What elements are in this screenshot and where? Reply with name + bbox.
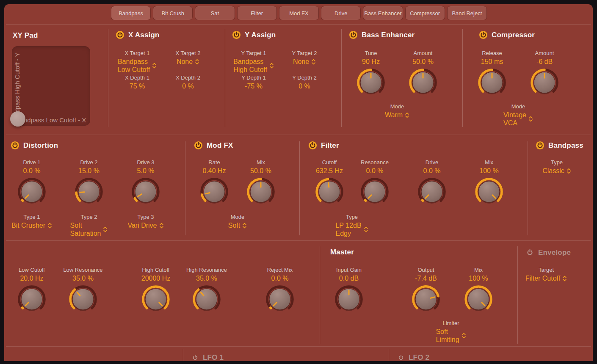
low-resonance-knob-group: Low Resonance 35.0 % bbox=[58, 267, 108, 314]
xy-pad[interactable]: Bandpass High Cutoff - Y Bandpass Low Cu… bbox=[12, 46, 90, 126]
section-title: Y Assign bbox=[245, 31, 276, 39]
param-value[interactable]: 0.40 Hz bbox=[189, 167, 240, 175]
param-value[interactable]: 100 % bbox=[464, 167, 514, 175]
drive2-knob[interactable] bbox=[74, 176, 104, 207]
master-mix-knob[interactable] bbox=[463, 284, 494, 314]
filter-header: Filter bbox=[308, 141, 339, 150]
param-label: X Depth 2 bbox=[156, 74, 220, 81]
param-value[interactable]: 150 ms bbox=[467, 58, 517, 66]
stepper-icon bbox=[364, 226, 368, 233]
tab-mod-fx[interactable]: Mod FX bbox=[279, 6, 319, 20]
power-button[interactable] bbox=[525, 248, 534, 257]
modfx-mix-knob[interactable] bbox=[246, 176, 276, 207]
cutoff-knob[interactable] bbox=[314, 176, 345, 207]
power-button[interactable] bbox=[536, 141, 544, 150]
power-button[interactable] bbox=[232, 30, 241, 39]
power-button[interactable] bbox=[194, 141, 203, 150]
compressor-mode-select[interactable]: Vintage VCA bbox=[503, 111, 533, 127]
tab-band-reject[interactable]: Band Reject bbox=[447, 6, 487, 20]
tab-bit-crush[interactable]: Bit Crush bbox=[153, 6, 193, 20]
low-cutoff-knob[interactable] bbox=[17, 284, 47, 314]
tab-bandpass[interactable]: Bandpass bbox=[111, 6, 151, 20]
drive1-knob[interactable] bbox=[17, 176, 47, 207]
high-cutoff-knob[interactable] bbox=[141, 284, 171, 314]
param-value[interactable]: 100 % bbox=[453, 274, 504, 282]
y-target-1-select[interactable]: Bandpass High Cutoff bbox=[233, 58, 274, 74]
type3-select[interactable]: Vari Drive bbox=[127, 221, 163, 229]
type1-select[interactable]: Bit Crusher bbox=[11, 221, 52, 229]
param-value[interactable]: 632.5 Hz bbox=[304, 167, 355, 175]
x-target-1-select[interactable]: Bandpass Low Cutoff bbox=[118, 58, 157, 74]
param-label: Y Target 2 bbox=[273, 50, 336, 57]
param-value[interactable]: 35.0 % bbox=[58, 274, 108, 282]
bass-enhancer-mode-select[interactable]: Warm bbox=[385, 111, 409, 119]
param-value[interactable]: 50.0 % bbox=[235, 167, 286, 175]
filter-type-select[interactable]: LP 12dB Edgy bbox=[335, 221, 368, 237]
input-gain-knob[interactable] bbox=[334, 284, 364, 314]
power-button[interactable] bbox=[116, 30, 124, 39]
filter-mix-knob[interactable] bbox=[474, 176, 504, 207]
section-title: Master bbox=[330, 248, 354, 256]
param-value[interactable]: 0.0 % bbox=[6, 167, 57, 175]
power-button[interactable] bbox=[479, 30, 488, 39]
power-button[interactable] bbox=[349, 30, 358, 39]
param-value[interactable]: 35.0 % bbox=[181, 274, 232, 282]
low-resonance-knob[interactable] bbox=[68, 284, 98, 314]
rate-knob[interactable] bbox=[199, 176, 229, 207]
param-value[interactable]: 0.0 % bbox=[349, 167, 400, 175]
power-icon bbox=[397, 354, 405, 361]
amount-knob[interactable] bbox=[408, 67, 438, 98]
y-depth-2-value[interactable]: 0 % bbox=[273, 82, 336, 90]
param-value[interactable]: 0.0 % bbox=[406, 167, 457, 175]
power-button[interactable] bbox=[191, 354, 199, 361]
power-icon bbox=[116, 30, 124, 39]
power-button[interactable] bbox=[11, 141, 19, 150]
limiter-group: Limiter Soft Limiting bbox=[415, 320, 487, 344]
reject-mix-knob[interactable] bbox=[265, 284, 295, 314]
tab-sat[interactable]: Sat bbox=[195, 6, 235, 20]
tab-bass-enhancer[interactable]: Bass Enhancer bbox=[363, 6, 403, 20]
param-value[interactable]: 20000 Hz bbox=[130, 274, 181, 282]
cutoff-knob-group: Cutoff 632.5 Hz bbox=[304, 159, 355, 207]
power-icon bbox=[191, 354, 199, 361]
tune-knob[interactable] bbox=[356, 67, 386, 98]
drive3-knob[interactable] bbox=[130, 176, 161, 207]
param-value[interactable]: 0.0 % bbox=[254, 274, 305, 282]
param-value[interactable]: -7.4 dB bbox=[401, 274, 451, 282]
resonance-knob[interactable] bbox=[359, 176, 390, 207]
x-depth-2-value[interactable]: 0 % bbox=[156, 82, 220, 90]
bandpass-type-select[interactable]: Classic bbox=[542, 167, 571, 175]
param-value[interactable]: 90 Hz bbox=[345, 58, 396, 66]
param-value[interactable]: 5.0 % bbox=[120, 167, 171, 175]
param-label: Mode bbox=[202, 214, 274, 221]
limiter-select[interactable]: Soft Limiting bbox=[436, 328, 466, 344]
param-value[interactable]: 50.0 % bbox=[398, 58, 448, 66]
envelope-target-select[interactable]: Filter Cutoff bbox=[525, 274, 567, 282]
power-button[interactable] bbox=[308, 141, 317, 150]
power-button[interactable] bbox=[397, 354, 405, 361]
mod-fx-mode-select[interactable]: Soft bbox=[228, 221, 247, 229]
mod-fx-header: Mod FX bbox=[194, 141, 233, 150]
y-assign-header: Y Assign bbox=[232, 30, 276, 39]
param-value[interactable]: -6 dB bbox=[519, 58, 570, 66]
x-target-2-select[interactable]: None bbox=[177, 58, 199, 66]
tab-compressor[interactable]: Compressor bbox=[405, 6, 445, 20]
rate-knob-group: Rate 0.40 Hz bbox=[189, 159, 240, 207]
comp-amount-knob[interactable] bbox=[529, 67, 560, 98]
type2-select[interactable]: Soft Saturation bbox=[70, 221, 108, 237]
param-label: Mix bbox=[235, 159, 286, 166]
tab-filter[interactable]: Filter bbox=[237, 6, 277, 20]
tab-drive[interactable]: Drive bbox=[321, 6, 361, 20]
filter-drive-knob[interactable] bbox=[417, 176, 447, 207]
release-knob[interactable] bbox=[477, 67, 507, 98]
high-resonance-knob[interactable] bbox=[191, 284, 222, 314]
param-value[interactable]: 0.0 dB bbox=[323, 274, 374, 282]
resonance-knob-group: Resonance 0.0 % bbox=[349, 159, 400, 207]
x-assign-header: X Assign bbox=[116, 30, 160, 39]
drive1-knob-group: Drive 1 0.0 % bbox=[6, 159, 57, 207]
output-knob[interactable] bbox=[411, 284, 441, 314]
param-value[interactable]: 15.0 % bbox=[64, 167, 114, 175]
xy-pad-puck[interactable] bbox=[10, 111, 25, 127]
y-target-2-select[interactable]: None bbox=[293, 58, 316, 66]
param-value[interactable]: 20.0 Hz bbox=[6, 274, 57, 282]
